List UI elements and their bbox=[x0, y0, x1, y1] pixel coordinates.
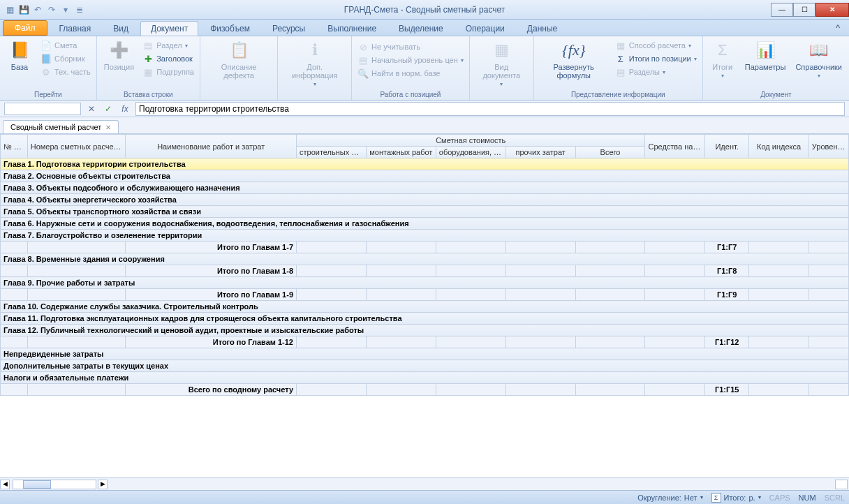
sheet-tab-active[interactable]: Сводный сметный расчет ✕ bbox=[3, 120, 119, 133]
qat-redo-icon[interactable]: ↷ bbox=[46, 4, 57, 15]
col-equip[interactable]: оборудования, мебели, инвентаря bbox=[436, 147, 505, 158]
base-button[interactable]: 📙База bbox=[3, 38, 36, 73]
gear-icon: ⚙ bbox=[40, 66, 52, 77]
table-row[interactable]: Глава 9. Прочие работы и затраты bbox=[1, 277, 849, 289]
status-rounding[interactable]: Округление: Нет ▾ bbox=[637, 494, 702, 502]
doc-view-button[interactable]: ▦Вид документа bbox=[473, 38, 531, 89]
level-icon: ▤ bbox=[357, 54, 369, 66]
table-row[interactable]: Всего по сводному расчетуГ1:Г15 bbox=[1, 384, 849, 396]
itogi-pos-button[interactable]: ΣИтоги по позиции bbox=[612, 52, 700, 65]
position-button[interactable]: ➕Позиция bbox=[100, 38, 139, 73]
estimate-table[interactable]: № п.п Номера сметных расчетов и смет Наи… bbox=[0, 134, 849, 396]
col-wage[interactable]: Средства на оплату труда bbox=[645, 135, 705, 158]
itogi-button[interactable]: ΣИтоги bbox=[706, 38, 739, 80]
quick-access-toolbar: ▦ 💾 ↶ ↷ ▾ ≣ bbox=[0, 4, 85, 15]
col-ident[interactable]: Идент. bbox=[705, 135, 749, 158]
ribbon-collapse-icon[interactable]: ^ bbox=[832, 22, 843, 34]
header-button[interactable]: ✚Заголовок bbox=[140, 52, 197, 65]
status-itogo[interactable]: Σ Итого: р. ▾ bbox=[711, 493, 761, 503]
tab-3[interactable]: Физобъем bbox=[200, 21, 260, 36]
tab-7[interactable]: Операции bbox=[455, 21, 515, 36]
price-level-button[interactable]: ▤Начальный уровень цен bbox=[355, 54, 466, 66]
sbornik-button[interactable]: 📘Сборник bbox=[38, 52, 94, 65]
subgroup-button[interactable]: ▦Подгруппа bbox=[140, 66, 197, 78]
close-tab-icon[interactable]: ✕ bbox=[105, 124, 111, 131]
table-icon: ▦ bbox=[490, 39, 512, 61]
table-row[interactable]: Глава 1. Подготовка территории строитель… bbox=[1, 158, 849, 170]
table-row[interactable]: Глава 6. Наружные сети и сооружения водо… bbox=[1, 218, 849, 230]
tab-2[interactable]: Документ bbox=[140, 21, 198, 36]
table-row[interactable]: Итого по Главам 1-7Г1:Г7 bbox=[1, 242, 849, 253]
table-row[interactable]: Глава 10. Содержание службы заказчика. С… bbox=[1, 301, 849, 313]
find-norm-button[interactable]: 🔍Найти в норм. базе bbox=[355, 67, 466, 80]
col-total[interactable]: Всего bbox=[575, 147, 645, 158]
tab-1[interactable]: Вид bbox=[103, 21, 139, 36]
table-row[interactable]: Глава 7. Благоустройство и озеленение те… bbox=[1, 230, 849, 242]
scroll-track[interactable] bbox=[13, 480, 96, 489]
table-row[interactable]: Налоги и обязательные платежи bbox=[1, 372, 849, 384]
section-icon: ▤ bbox=[142, 40, 154, 51]
tab-5[interactable]: Выполнение bbox=[317, 21, 387, 36]
qat-save-icon[interactable]: 💾 bbox=[18, 4, 29, 15]
formula-input[interactable] bbox=[135, 102, 845, 116]
tab-6[interactable]: Выделение bbox=[388, 21, 454, 36]
ribbon: 📙База 📄Смета 📘Сборник ⚙Тех. часть Перейт… bbox=[0, 36, 849, 101]
col-index[interactable]: Код индекса bbox=[749, 135, 809, 158]
skip-button[interactable]: ⊘Не учитывать bbox=[355, 40, 466, 53]
fx-label[interactable]: fx bbox=[119, 104, 131, 114]
fx-icon: {fx} bbox=[563, 39, 585, 61]
scroll-right-icon[interactable]: ▶ bbox=[98, 480, 108, 489]
minimize-button[interactable]: — bbox=[771, 3, 793, 17]
tab-8[interactable]: Данные bbox=[517, 21, 568, 36]
col-montage[interactable]: монтажных работ bbox=[366, 147, 436, 158]
scroll-thumb[interactable] bbox=[23, 480, 51, 489]
maximize-button[interactable]: ☐ bbox=[793, 3, 815, 17]
expand-formulas-button[interactable]: {fx}Развернуть формулы bbox=[537, 38, 611, 81]
table-row[interactable]: Итого по Главам 1-8Г1:Г8 bbox=[1, 265, 849, 277]
col-build[interactable]: строительных работ bbox=[297, 147, 367, 158]
handbooks-button[interactable]: 📖Справочники bbox=[791, 38, 846, 80]
col-name[interactable]: Наименование работ и затрат bbox=[126, 135, 297, 158]
defect-desc-button[interactable]: 📋Описание дефекта bbox=[203, 38, 274, 81]
qat-dropdown-icon[interactable]: ▾ bbox=[60, 4, 71, 15]
scroll-corner bbox=[835, 480, 848, 489]
col-cost-group[interactable]: Сметная стоимость bbox=[297, 135, 645, 147]
table-row[interactable]: Глава 5. Объекты транспортного хозяйства… bbox=[1, 206, 849, 218]
table-row[interactable]: Глава 12. Публичный технологический и це… bbox=[1, 325, 849, 336]
sections-button[interactable]: ▤Разделы bbox=[612, 66, 700, 78]
table-row[interactable]: Глава 11. Подготовка эксплуатационных ка… bbox=[1, 313, 849, 325]
params-button[interactable]: 📊Параметры bbox=[741, 38, 790, 73]
sigma-big-icon: Σ bbox=[711, 39, 734, 61]
close-button[interactable]: ✕ bbox=[815, 3, 849, 17]
col-estnums[interactable]: Номера сметных расчетов и смет bbox=[27, 135, 126, 158]
cell-reference-box[interactable] bbox=[4, 103, 81, 115]
table-row[interactable]: Непредвиденные затраты bbox=[1, 348, 849, 360]
tab-0[interactable]: Главная bbox=[49, 21, 102, 36]
smeta-button[interactable]: 📄Смета bbox=[38, 39, 94, 52]
base-icon: 📙 bbox=[8, 39, 31, 61]
qat-undo-icon[interactable]: ↶ bbox=[32, 4, 43, 15]
calc-method-button[interactable]: ▦Способ расчета bbox=[612, 39, 700, 52]
table-row[interactable]: Итого по Главам 1-12Г1:Г12 bbox=[1, 336, 849, 348]
col-level[interactable]: Уровень цен bbox=[809, 135, 848, 158]
sections-icon: ▤ bbox=[615, 66, 626, 77]
table-row[interactable]: Глава 8. Временные здания и сооружения bbox=[1, 253, 849, 265]
col-num[interactable]: № п.п bbox=[1, 135, 28, 158]
extra-info-button[interactable]: ℹДоп. информация bbox=[281, 38, 348, 89]
table-row[interactable]: Итого по Главам 1-9Г1:Г9 bbox=[1, 289, 849, 301]
tab-file[interactable]: Файл bbox=[3, 20, 47, 36]
formula-accept-icon[interactable]: ✓ bbox=[102, 104, 115, 114]
table-row[interactable]: Глава 3. Объекты подсобного и обслуживаю… bbox=[1, 182, 849, 194]
section-button[interactable]: ▤Раздел bbox=[140, 39, 197, 52]
table-row[interactable]: Глава 4. Объекты энергетического хозяйст… bbox=[1, 194, 849, 206]
tab-4[interactable]: Ресурсы bbox=[262, 21, 316, 36]
col-other[interactable]: прочих затрат bbox=[505, 147, 575, 158]
formula-cancel-icon[interactable]: ✕ bbox=[85, 104, 98, 114]
formula-bar: ✕ ✓ fx bbox=[0, 101, 849, 117]
qat-more-icon[interactable]: ≣ bbox=[74, 4, 85, 15]
table-row[interactable]: Дополнительные затраты в текущих ценах bbox=[1, 360, 849, 372]
table-row[interactable]: Глава 2. Основные объекты строительства bbox=[1, 170, 849, 182]
scroll-left-icon[interactable]: ◀ bbox=[0, 480, 10, 489]
horizontal-scrollbar[interactable]: ◀ ▶ bbox=[0, 477, 849, 490]
techpart-button[interactable]: ⚙Тех. часть bbox=[38, 66, 94, 78]
